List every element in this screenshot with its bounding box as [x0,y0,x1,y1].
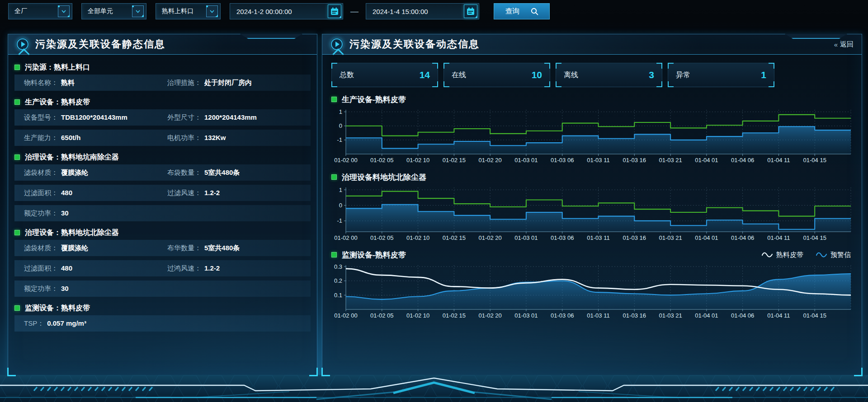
dynamic-panel-header: 污染源及关联设备动态信息 « 返回 [322,34,862,55]
field-value: 1.2-2 [204,189,220,196]
field-label: 电机功率： [167,134,201,142]
svg-text:01-03 11: 01-03 11 [587,234,609,241]
field-label: 过鸿风速： [167,264,201,273]
svg-text:0.3: 0.3 [334,263,342,270]
field-value: 30 [61,285,69,292]
field-label: 滤袋材质： [24,168,58,177]
back-button-label: 返回 [840,40,854,49]
calendar-icon[interactable] [464,5,477,18]
corner-bracket [331,63,337,69]
green-bullet-icon [14,230,20,235]
field-value: 1200*204143mm [204,113,257,121]
corner-bracket [656,81,662,87]
calendar-icon[interactable] [328,5,341,18]
section-heading: 生产设备：熟料皮带 [14,95,311,109]
section-heading-label: 生产设备：熟料皮带 [25,98,90,107]
date-from-value: 2024-1-2 00:00:00 [236,8,292,15]
field-value: 覆膜涤纶 [61,168,88,177]
chart-title-row: 治理设备料地坑北除尘器 [331,171,853,183]
back-button[interactable]: « 返回 [834,40,854,49]
field-label: 额定功率： [24,285,58,293]
stat-box: 异常1 [668,63,774,87]
field-value: 480 [61,264,72,272]
info-cell: 滤袋材质：覆膜涤纶 [24,244,167,252]
main-area: 污染源及关联设备静态信息 污染源：熟料上料口物料名称：熟料治理措施：处于封闭厂房… [0,23,868,376]
info-cell: 过滤风速：1.2-2 [167,189,311,197]
svg-text:01-04 11: 01-04 11 [767,234,790,241]
field-label: 过滤风速： [167,189,201,197]
info-cell: 过滤面积：480 [24,264,167,273]
field-value: 480 [61,189,72,196]
chevron-down-icon[interactable] [206,5,218,17]
info-cell: 过鸿风速：1.2-2 [167,264,311,273]
field-value: 1.2-2 [204,264,220,272]
svg-text:01-03 21: 01-03 21 [659,312,682,319]
field-value: TDB1200*204143mm [61,113,127,121]
info-row: 额定功率：30 [14,280,311,297]
play-icon [16,38,29,51]
stat-box: 总数14 [331,63,438,87]
field-value: 处于封闭厂房内 [204,79,252,87]
date-from-input[interactable]: 2024-1-2 00:00:00 [230,3,343,19]
info-cell: 电机功率：132Kw [167,134,311,142]
svg-text:0.1: 0.1 [334,292,342,299]
svg-text:01-02 10: 01-02 10 [406,312,429,319]
info-cell: 额定功率：30 [24,285,167,293]
field-label: 生产能力： [24,134,58,142]
corner-bracket [544,81,550,87]
svg-text:01-02 20: 01-02 20 [478,312,501,319]
svg-text:01-03 01: 01-03 01 [514,312,538,319]
corner-bracket [769,81,774,87]
info-cell: TSP：0.057 mg/m³ [24,319,167,328]
svg-text:-1: -1 [337,217,342,224]
section-heading-label: 监测设备：熟料皮带 [25,304,90,313]
back-icon: « [834,41,837,48]
plant-select[interactable]: 全厂 [8,3,72,19]
charts-area: 生产设备-熟料皮带10-101-02 0001-02 0501-02 1001-… [331,93,853,322]
section-heading-label: 治理设备：熟料地坑南除尘器 [25,153,119,162]
stat-box: 在线10 [443,63,550,87]
plant-select-value: 全厂 [14,7,27,15]
info-row: 过滤面积：480过滤风速：1.2-2 [14,185,311,201]
svg-text:0.2: 0.2 [334,277,342,284]
green-bullet-icon [14,99,20,105]
header-notch-decoration [240,34,302,39]
dynamic-info-panel: 污染源及关联设备动态信息 « 返回 总数14在线10离线3异常1 生产设备-熟料… [322,34,862,376]
svg-text:01-02 10: 01-02 10 [406,157,429,164]
header-notch-decoration [785,34,847,39]
footer-decoration [0,375,868,402]
source-select[interactable]: 熟料上料口 [156,3,221,19]
legend-item[interactable]: 熟料皮带 [762,251,803,259]
svg-text:01-03 11: 01-03 11 [587,312,609,319]
chevron-down-icon[interactable] [58,5,70,17]
svg-text:01-04 06: 01-04 06 [731,312,754,319]
svg-text:01-03 01: 01-03 01 [514,157,538,164]
legend-item[interactable]: 预警信 [816,251,851,259]
stat-value: 1 [761,70,766,80]
svg-text:01-03 16: 01-03 16 [623,157,646,164]
corner-bracket [769,63,774,69]
wave-line-icon [816,252,827,257]
svg-text:01-04 15: 01-04 15 [803,157,826,164]
svg-text:01-03 11: 01-03 11 [587,157,609,164]
query-button[interactable]: 查询 [494,3,550,19]
stat-label: 异常 [676,70,690,80]
chevron-down-icon[interactable] [132,5,144,17]
green-bullet-icon [331,174,337,180]
svg-text:01-02 15: 01-02 15 [443,312,466,319]
field-label: 设备型号： [24,113,58,122]
svg-text:01-03 06: 01-03 06 [551,312,574,319]
svg-text:01-04 06: 01-04 06 [731,234,754,241]
date-to-input[interactable]: 2024-1-4 15:00:00 [366,3,479,19]
section-heading: 监测设备：熟料皮带 [14,301,311,315]
svg-text:01-02 20: 01-02 20 [478,157,501,164]
chart-title-label: 生产设备-熟料皮带 [342,94,406,105]
corner-bracket [544,63,550,69]
unit-select[interactable]: 全部单元 [81,3,146,19]
chart-title: 治理设备料地坑北除尘器 [331,172,426,182]
corner-bracket [556,81,561,87]
info-cell: 设备型号：TDB1200*204143mm [24,113,167,122]
field-label: 布华数量： [167,244,201,252]
stat-box: 离线3 [556,63,662,87]
svg-text:01-03 01: 01-03 01 [514,234,538,241]
